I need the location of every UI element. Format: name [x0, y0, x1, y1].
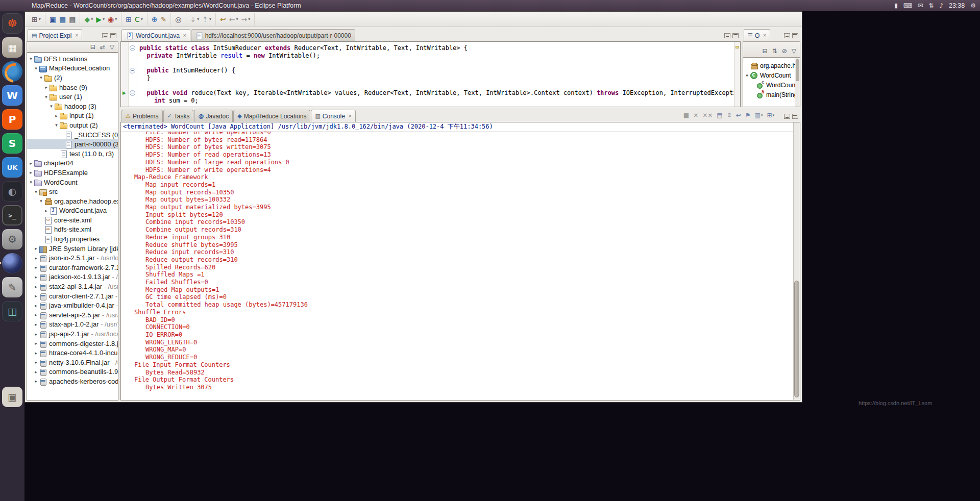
image-viewer-icon[interactable]: ◫ — [2, 301, 22, 321]
firefox-icon[interactable] — [2, 61, 22, 82]
expand-arrow-icon[interactable]: ▸ — [43, 85, 49, 90]
expand-arrow-icon[interactable]: ▸ — [33, 350, 39, 356]
save-all-button[interactable]: ▦ — [58, 14, 67, 25]
tree-item-hbase-9[interactable]: ▸hbase (9) — [27, 83, 118, 92]
wps-writer-icon[interactable]: W — [2, 85, 22, 106]
session-menu-icon[interactable]: ⚙ — [970, 2, 976, 9]
search-button[interactable]: ◎ — [174, 14, 183, 25]
messages-icon[interactable]: ✉ — [918, 2, 923, 9]
outline-scrollbar[interactable] — [795, 58, 800, 107]
tree-item-commons-digester-1-8-ja[interactable]: ▸commons-digester-1.8.ja... — [27, 339, 118, 348]
expand-arrow-icon[interactable]: ▾ — [38, 198, 44, 204]
fold-marker-icon[interactable]: − — [130, 90, 135, 96]
dropdown-arrow-icon[interactable]: ▾ — [772, 113, 774, 117]
collapse-all-button[interactable]: ⊟ — [763, 47, 768, 55]
input-method-icon[interactable]: ⌨ — [903, 2, 912, 9]
tab-tasks[interactable]: ✓Tasks — [163, 110, 194, 122]
tree-item-curator-framework-2-7-1[interactable]: ▸curator-framework-2.7.1... — [27, 263, 118, 272]
text-editor-icon[interactable]: ✎ — [2, 277, 22, 297]
trash-icon[interactable]: ▣ — [2, 387, 22, 407]
expand-arrow-icon[interactable]: ▾ — [38, 75, 44, 80]
outline-item-org-apache-ha[interactable]: org.apache.ha... — [743, 61, 800, 70]
tree-item-chapter04[interactable]: ▸chapter04 — [27, 159, 118, 168]
minimize-button[interactable] — [102, 33, 108, 38]
tab-javadoc[interactable]: @Javadoc — [194, 110, 233, 122]
run-button[interactable]: ▶▾ — [94, 14, 106, 25]
expand-arrow-icon[interactable]: ▾ — [54, 122, 59, 128]
dropdown-arrow-icon[interactable]: ▾ — [115, 17, 117, 21]
minimize-button[interactable] — [724, 33, 730, 38]
tree-item-org-apache-hadoop-ex[interactable]: ▾org.apache.hadoop.ex... — [27, 196, 118, 206]
dropdown-arrow-icon[interactable]: ▾ — [197, 17, 199, 21]
outline-tree[interactable]: org.apache.ha...▾WordCountWordCount(main… — [743, 58, 800, 99]
tree-item-curator-client-2-7-1-jar[interactable]: ▸curator-client-2.7.1.jar -... — [27, 291, 118, 301]
maximize-button[interactable] — [792, 114, 798, 119]
expand-arrow-icon[interactable]: ▸ — [33, 246, 39, 251]
file-manager-icon[interactable]: ▦ — [2, 37, 22, 58]
expand-arrow-icon[interactable]: ▾ — [33, 66, 39, 71]
eclipse-ide-icon[interactable]: ▸ — [2, 253, 22, 273]
minimize-button[interactable] — [784, 114, 790, 119]
expand-arrow-icon[interactable]: ▸ — [33, 360, 39, 365]
tab-mapreduce-locations[interactable]: ◆Map/Reduce Locations — [233, 110, 310, 122]
terminal-icon[interactable]: >_ — [2, 205, 22, 226]
remove-all-launches-button[interactable]: ×× — [702, 112, 713, 119]
view-menu-button[interactable]: ▽ — [110, 43, 114, 51]
tree-item-jsp-api-2-1-jar[interactable]: ▸jsp-api-2.1.jar - /usr/loca... — [27, 329, 118, 339]
tab-console[interactable]: ▥Console× — [311, 110, 355, 122]
open-web-browser-button[interactable]: ⊕ — [150, 14, 159, 25]
ubuntu-dash-icon[interactable]: ☸ — [2, 13, 22, 34]
tree-item-mapreducelocation[interactable]: ▾MapReduceLocation — [27, 64, 118, 73]
new-java-class-button[interactable]: C▾ — [133, 14, 144, 25]
dropdown-arrow-icon[interactable]: ▾ — [209, 17, 211, 21]
expand-arrow-icon[interactable]: ▸ — [33, 284, 39, 289]
fold-marker-icon[interactable]: − — [130, 68, 135, 73]
expand-arrow-icon[interactable]: ▸ — [33, 332, 39, 337]
expand-arrow-icon[interactable]: ▸ — [33, 322, 39, 327]
system-tools-icon[interactable]: ⚙ — [2, 229, 22, 249]
tree-item-output-2[interactable]: ▾output (2) — [27, 120, 118, 130]
battery-icon[interactable]: ▮ — [894, 2, 898, 9]
open-console-button[interactable]: ⊞▾ — [767, 112, 774, 119]
tree-item-wordcount[interactable]: ▾WordCount — [27, 178, 118, 187]
close-icon[interactable]: × — [183, 33, 186, 38]
tree-item-dfs-locations[interactable]: ▾DFS Locations — [27, 54, 118, 64]
tree-item-src[interactable]: ▾src — [27, 187, 118, 196]
remove-launch-button[interactable]: × — [693, 112, 698, 119]
tab-project-explorer[interactable]: ▤ Project Expl × — [28, 29, 82, 41]
expand-arrow-icon[interactable]: ▸ — [33, 369, 39, 374]
volume-icon[interactable]: ♪ — [939, 2, 943, 9]
scroll-lock-button[interactable]: ⇕ — [727, 112, 732, 119]
tab-problems[interactable]: ⚠Problems — [121, 110, 163, 122]
tree-item-log4j-properties[interactable]: log4j.properties — [27, 234, 118, 244]
external-tools-button[interactable]: ◉▾ — [106, 14, 118, 25]
occurrence-marker[interactable] — [736, 46, 739, 48]
project-tree[interactable]: ▾DFS Locations▾MapReduceLocation▾(2)▸hba… — [27, 53, 118, 400]
tree-item-success-0-0-b[interactable]: _SUCCESS (0.0 b — [27, 130, 118, 140]
word-wrap-button[interactable]: ↩ — [736, 112, 741, 119]
expand-arrow-icon[interactable]: ▾ — [744, 73, 750, 78]
outline-item-main-string[interactable]: main(String[... — [743, 90, 800, 99]
back-button[interactable]: ←▾ — [228, 14, 240, 25]
view-menu-button[interactable]: ▽ — [792, 47, 796, 55]
wps-spreadsheet-icon[interactable]: S — [2, 133, 22, 154]
kylin-software-center-icon[interactable]: UK — [2, 157, 22, 178]
last-edit-location-button[interactable]: ↩ — [218, 14, 228, 25]
expand-arrow-icon[interactable]: ▾ — [33, 189, 39, 194]
new-wizard-button[interactable]: ⊞▾ — [30, 14, 42, 25]
tree-item-servlet-api-2-5-jar[interactable]: ▸servlet-api-2.5.jar - /usr/l... — [27, 310, 118, 320]
tree-item-htrace-core4-4-1-0-incub[interactable]: ▸htrace-core4-4.1.0-incub... — [27, 348, 118, 358]
fold-marker-icon[interactable]: − — [130, 45, 135, 51]
expand-arrow-icon[interactable]: ▾ — [48, 104, 54, 109]
console-output[interactable]: FILE: Number of write operations=0HDFS: … — [121, 132, 793, 400]
save-button[interactable]: ▣ — [48, 14, 58, 25]
close-icon[interactable]: × — [75, 33, 78, 38]
previous-annotation-button[interactable]: ⇡▾ — [201, 14, 213, 25]
dropdown-arrow-icon[interactable]: ▾ — [761, 113, 763, 117]
expand-arrow-icon[interactable]: ▸ — [43, 208, 49, 213]
tree-item-hadoop-3[interactable]: ▾hadoop (3) — [27, 102, 118, 111]
tree-item-java-xmlbuilder-0-4-jar[interactable]: ▸java-xmlbuilder-0.4.jar -... — [27, 300, 118, 310]
code-area[interactable]: public static class IntSumReducer extend… — [136, 42, 734, 107]
outline-body[interactable]: org.apache.ha...▾WordCountWordCount(main… — [743, 58, 800, 107]
tree-item-part-r-00000-3-0[interactable]: part-r-00000 (3.0 — [27, 139, 118, 149]
